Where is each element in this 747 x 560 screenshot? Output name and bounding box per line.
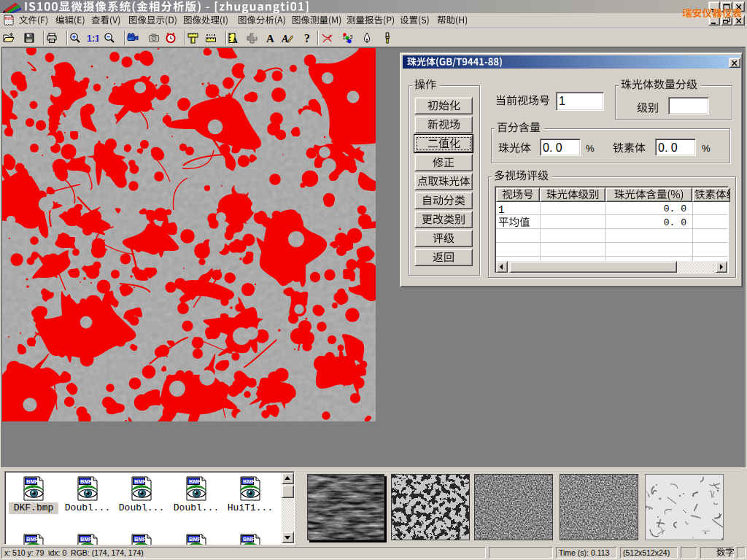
svg-text:A: A [232,36,238,44]
svg-text:BMP: BMP [134,536,147,542]
svg-text:BMP: BMP [243,536,255,542]
svg-text:BMP: BMP [134,478,147,485]
svg-text:BMP: BMP [189,536,201,542]
svg-text:?: ? [304,32,310,44]
svg-text:1:1: 1:1 [87,34,98,44]
svg-text:A: A [266,33,274,44]
svg-text:1: 1 [343,35,346,40]
svg-text:BMP: BMP [243,478,255,485]
svg-text:BMP: BMP [26,536,39,542]
svg-text:BMP: BMP [80,478,93,485]
svg-text:BMP: BMP [26,478,39,485]
svg-text:DOC: DOC [5,16,14,20]
svg-text:BMP: BMP [189,478,201,485]
svg-text:BMP: BMP [80,536,93,542]
svg-text:3: 3 [350,34,353,39]
